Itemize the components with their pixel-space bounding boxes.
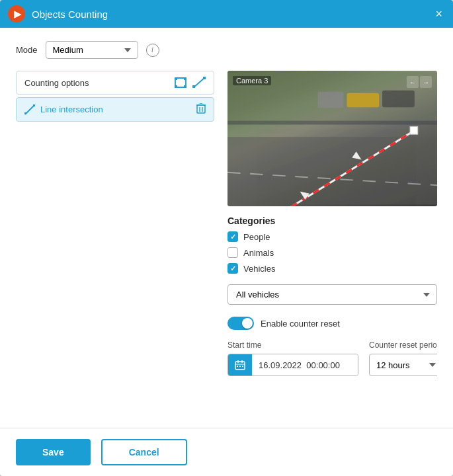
svg-rect-9 <box>24 112 26 114</box>
counting-options-label: Counting options <box>24 78 89 88</box>
footer: Save Cancel <box>0 428 453 476</box>
counting-options-row: Counting options <box>16 71 214 95</box>
info-icon[interactable]: i <box>146 44 159 57</box>
svg-line-5 <box>194 78 204 87</box>
svg-rect-22 <box>227 121 437 125</box>
animals-checkbox[interactable] <box>227 247 238 258</box>
checkbox-animals[interactable]: Animals <box>227 247 437 258</box>
left-panel: Counting options <box>16 71 214 417</box>
time-section: Start time <box>227 340 437 376</box>
svg-rect-4 <box>184 85 186 88</box>
content-area: Mode Medium Low High i Counting options <box>0 28 453 428</box>
reset-period-label: Counter reset period <box>369 340 437 350</box>
camera-left-btn[interactable]: ← <box>407 76 419 88</box>
svg-rect-20 <box>382 91 415 107</box>
svg-rect-7 <box>203 77 206 79</box>
start-time-col: Start time <box>227 340 358 376</box>
calendar-button[interactable] <box>228 354 252 376</box>
checkbox-vehicles[interactable]: Vehicles <box>227 263 437 274</box>
rectangle-draw-icon[interactable] <box>174 77 187 89</box>
start-time-label: Start time <box>227 340 358 350</box>
categories-title: Categories <box>227 216 437 226</box>
counter-reset-toggle[interactable] <box>227 317 254 330</box>
close-button[interactable]: × <box>432 7 445 21</box>
line-intersection-label: Line intersection <box>40 104 103 114</box>
start-time-hms: 00:00:00 <box>306 360 340 370</box>
svg-rect-3 <box>175 85 177 88</box>
svg-rect-21 <box>227 137 437 204</box>
mode-label: Mode <box>16 45 38 55</box>
save-button[interactable]: Save <box>16 439 91 465</box>
reset-period-col: Counter reset period 12 hours 1 hour 6 h… <box>369 340 437 376</box>
people-label: People <box>243 232 270 242</box>
svg-rect-36 <box>242 366 243 367</box>
svg-line-8 <box>25 105 34 114</box>
cancel-button[interactable]: Cancel <box>101 439 187 465</box>
svg-rect-19 <box>347 93 379 107</box>
vehicles-label: Vehicles <box>243 264 275 274</box>
logo-arrow-icon: ▶ <box>14 9 21 19</box>
checkbox-people[interactable]: People <box>227 231 437 242</box>
toggle-knob <box>242 318 253 329</box>
start-time-input-row: 16.09.2022 00:00:00 <box>227 354 358 376</box>
delete-line-icon[interactable] <box>196 103 206 116</box>
right-panel: Camera 3 ← → Categories People An <box>227 71 437 417</box>
mode-select[interactable]: Medium Low High <box>46 41 138 59</box>
start-time-value[interactable]: 16.09.2022 00:00:00 <box>252 354 358 376</box>
vehicles-type-select[interactable]: All vehicles Cars Trucks Motorcycles Bus… <box>227 284 437 305</box>
calendar-icon <box>235 360 245 370</box>
start-date: 16.09.2022 <box>259 360 302 370</box>
app-logo: ▶ <box>8 5 25 22</box>
line-intersection-row[interactable]: Line intersection <box>16 97 214 122</box>
period-select[interactable]: 12 hours 1 hour 6 hours 24 hours <box>369 354 437 376</box>
camera-right-btn[interactable]: → <box>420 76 432 88</box>
line-icon <box>24 104 35 115</box>
svg-rect-11 <box>197 105 205 113</box>
vehicles-checkbox[interactable] <box>227 263 238 274</box>
window-title: Objects Counting <box>32 9 432 20</box>
animals-label: Animals <box>243 248 274 258</box>
svg-rect-27 <box>410 126 418 134</box>
counter-reset-row: Enable counter reset <box>227 317 437 330</box>
categories-section: Categories People Animals Vehicles <box>227 216 437 274</box>
line-intersection-left: Line intersection <box>24 104 103 115</box>
camera-label: Camera 3 <box>233 76 271 85</box>
camera-view: Camera 3 ← → <box>227 71 437 206</box>
camera-controls: ← → <box>407 76 432 88</box>
svg-rect-2 <box>184 77 186 80</box>
svg-rect-1 <box>175 77 177 80</box>
main-window: ▶ Objects Counting × Mode Medium Low Hig… <box>0 0 453 476</box>
svg-rect-34 <box>237 366 238 367</box>
svg-rect-6 <box>192 85 195 88</box>
svg-rect-10 <box>33 104 35 106</box>
titlebar: ▶ Objects Counting × <box>0 0 453 28</box>
counter-reset-label: Enable counter reset <box>261 319 340 329</box>
counting-options-icons <box>174 77 206 89</box>
svg-rect-35 <box>239 366 241 367</box>
svg-rect-18 <box>318 92 344 108</box>
mode-row: Mode Medium Low High i <box>16 41 437 59</box>
people-checkbox[interactable] <box>227 231 238 242</box>
main-area: Counting options <box>16 71 437 417</box>
intersection-line-overlay <box>227 71 437 206</box>
line-draw-icon[interactable] <box>192 77 206 89</box>
